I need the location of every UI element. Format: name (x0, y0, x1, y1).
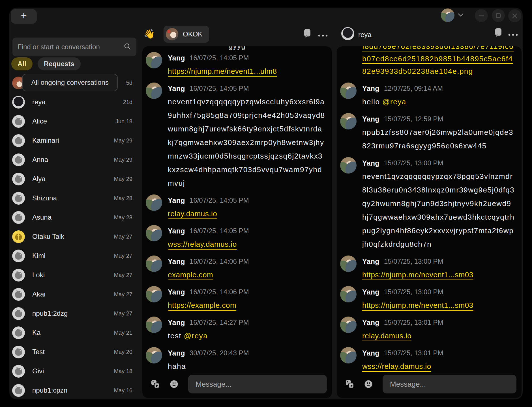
message-header: Yang 16/07/25, 14:05 PM (168, 224, 325, 237)
message-header: Yang 15/07/25, 13:00 PM (362, 285, 515, 298)
message-link[interactable]: wss://relay.damus.io (168, 240, 237, 248)
mention[interactable]: @reya (382, 98, 406, 106)
conversation-date: May 28 (114, 195, 132, 202)
message-avatar[interactable] (340, 83, 357, 99)
conversation-item[interactable]: Givi May 18 (9, 361, 142, 381)
message-link[interactable]: relay.damus.io (168, 209, 217, 218)
message: Yang 15/07/25, 13:00 PM https://njump.me… (340, 285, 515, 312)
message-author: Yang (168, 227, 185, 235)
avatar (12, 115, 25, 128)
message-link[interactable]: wss://relay.damus.io (362, 362, 431, 371)
emoji-button[interactable] (362, 378, 375, 390)
message-link[interactable]: relay.damus.io (362, 332, 411, 340)
conversation-item[interactable]: Kaminari May 29 (9, 131, 142, 150)
attach-media-button[interactable] (149, 378, 162, 390)
message: Yang 30/07/25, 20:43 PM haha (146, 347, 325, 373)
maximize-button[interactable] (492, 9, 505, 22)
conversation-name: npub1:cpzn (32, 386, 67, 394)
conversation-date: May 27 (114, 272, 132, 278)
conversation-date: May 20 (114, 349, 132, 355)
conversation-item[interactable]: Asuna May 28 (9, 208, 142, 227)
message-content: Yang 16/07/25, 14:05 PM wss://relay.damu… (168, 224, 325, 251)
message-link[interactable]: example.com (168, 270, 213, 279)
message-link[interactable]: https://njump.me/nevent1...ulm8 (168, 67, 277, 75)
message-header: Yang 16/07/25, 14:06 PM (168, 285, 325, 298)
message-content: Yang 16/07/25, 14:27 PM test @reya (168, 316, 325, 343)
conversation-item[interactable]: Test May 20 (9, 342, 142, 361)
message-input[interactable] (383, 375, 516, 393)
mention[interactable]: @reya (184, 332, 208, 340)
account-avatar[interactable] (441, 8, 454, 22)
message-avatar[interactable] (146, 347, 162, 363)
message-link[interactable]: https://njump.me/nevent1...sm03 (362, 270, 473, 279)
chat-left-title: OKOK (183, 30, 202, 38)
avatar (12, 96, 25, 109)
more-options-icon[interactable] (318, 34, 328, 38)
message-avatar[interactable] (146, 194, 162, 211)
message-avatar[interactable] (146, 225, 162, 241)
conversation-item[interactable]: Alya May 29 (9, 169, 142, 189)
minimize-button[interactable] (475, 9, 488, 22)
conversation-item[interactable]: npub1:cpzn May 16 (9, 381, 142, 399)
conversation-item[interactable]: Ka May 21 (9, 323, 142, 342)
message-avatar[interactable] (146, 256, 162, 272)
conversation-item[interactable]: Otaku Talk May 27 (9, 227, 142, 246)
conversation-item[interactable]: reya 21d (9, 92, 142, 112)
chat-right-avatar[interactable] (341, 27, 354, 40)
message-author: Yang (362, 288, 379, 296)
tab-all[interactable]: All (11, 57, 33, 70)
message-avatar[interactable] (340, 256, 357, 272)
chevron-down-icon[interactable] (458, 13, 464, 18)
chat-left-title-pill[interactable]: OKOK (164, 26, 209, 43)
conversation-date: May 27 (114, 310, 132, 317)
avatar (12, 269, 25, 282)
conversation-item[interactable]: Loki May 27 (9, 265, 142, 285)
search-box[interactable] (12, 38, 136, 56)
message-input[interactable] (188, 375, 327, 393)
message-content: Yang 15/07/25, 13:00 PM https://njump.me… (362, 285, 515, 312)
message-avatar[interactable] (340, 347, 357, 363)
conversation-item[interactable]: Anna May 29 (9, 150, 142, 169)
note-icon[interactable] (495, 28, 502, 38)
message-avatar[interactable] (340, 286, 357, 302)
message-body: https://njump.me/nevent1...sm03 (362, 268, 515, 282)
conversation-date: 21d (123, 99, 132, 105)
chat-right-title[interactable]: reya (358, 31, 372, 39)
message-link[interactable]: https://njump.me/nevent1...sm03 (362, 301, 473, 309)
more-options-icon[interactable] (508, 33, 518, 37)
search-input[interactable] (18, 43, 123, 51)
conversation-item[interactable]: Shizuna May 28 (9, 189, 142, 208)
conversation-item[interactable]: Alice Jun 18 (9, 112, 142, 131)
message-timestamp: 15/07/25, 13:00 PM (384, 159, 443, 167)
new-conversation-button[interactable]: + (11, 9, 37, 24)
message-avatar[interactable] (146, 52, 162, 68)
message-timestamp: 12/07/25, 09:14 AM (384, 85, 443, 92)
message-timestamp: 16/07/25, 14:05 PM (190, 85, 249, 92)
tab-requests[interactable]: Requests (38, 57, 81, 70)
message-avatar[interactable] (340, 317, 357, 333)
message-author: Yang (362, 257, 379, 266)
message-body: nevent1qvzqqqqqqypzqx78pgq53vlnzmdr8l3u3… (362, 170, 515, 251)
message-text: hello (362, 98, 382, 106)
message-avatar[interactable] (146, 83, 162, 99)
message-content: Yang 15/07/25, 13:01 PM wss://relay.damu… (362, 347, 515, 373)
message-header: Yang 15/07/25, 13:00 PM (362, 255, 515, 268)
conversation-item[interactable]: Kimi May 27 (9, 246, 142, 265)
emoji-button[interactable] (168, 378, 180, 390)
note-icon[interactable] (304, 29, 311, 38)
message-header: Yang 16/07/25, 14:05 PM (168, 82, 325, 95)
conversation-item[interactable]: npub1:2dzg May 27 (9, 304, 142, 323)
message-header: Yang 16/07/25, 14:06 PM (168, 255, 325, 268)
message-avatar[interactable] (340, 157, 357, 174)
message-avatar[interactable] (146, 317, 162, 333)
avatar (12, 365, 25, 378)
account-menu[interactable] (441, 8, 472, 22)
message-body: npub1zfss807aer0j26mwp2la0ume0jqde3823rm… (362, 125, 515, 153)
conversation-item[interactable]: Akai May 27 (9, 285, 142, 304)
close-button[interactable] (508, 9, 521, 22)
attach-media-button[interactable] (344, 378, 356, 390)
message-text: nevent1qvzqqqqqqypzqx78pgq53vlnzmdr8l3u3… (362, 172, 514, 248)
message-avatar[interactable] (146, 286, 162, 302)
message-link[interactable]: https://example.com (168, 301, 236, 309)
message-avatar[interactable] (340, 113, 357, 129)
